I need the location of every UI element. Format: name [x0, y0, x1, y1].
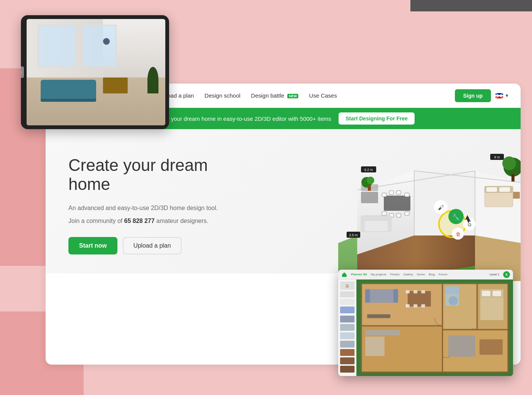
- sidebar-item-couch-1[interactable]: [340, 324, 355, 331]
- room-scene: [27, 19, 165, 125]
- room-window-center: [82, 25, 117, 67]
- svg-rect-70: [367, 289, 398, 303]
- svg-rect-74: [408, 291, 431, 307]
- banner-text: Design your dream home in easy-to-use 2D…: [152, 115, 331, 122]
- svg-rect-27: [361, 192, 378, 203]
- floorplan-logo-icon: [341, 272, 347, 278]
- svg-rect-90: [448, 335, 475, 357]
- svg-rect-71: [365, 289, 370, 303]
- hero-section: Create your dream home An advanced and e…: [46, 129, 521, 273]
- lang-label: ▼: [505, 93, 509, 98]
- nav-use-cases[interactable]: Use Cases: [309, 92, 337, 99]
- svg-rect-18: [384, 196, 410, 211]
- hero-content: Create your dream home An advanced and e…: [68, 156, 243, 254]
- sidebar-item-wood-3[interactable]: [340, 366, 355, 373]
- sidebar-item-chair[interactable]: [340, 341, 355, 348]
- sidebar-tool-3[interactable]: [340, 299, 355, 305]
- svg-rect-43: [511, 174, 515, 182]
- sidebar-tool-1[interactable]: 🏠: [340, 281, 355, 290]
- community-count: 65 828 277: [124, 218, 155, 224]
- svg-text:🔧: 🔧: [452, 213, 460, 221]
- flag-icon: [496, 93, 503, 98]
- hero-desc-line1: An advanced and easy-to-use 2D/3D home d…: [68, 203, 243, 213]
- room-dresser: [103, 77, 128, 93]
- language-selector[interactable]: ▼: [496, 93, 509, 98]
- floorplan-toolbar: Planner 5D My projects Photos Gallery De…: [338, 270, 513, 280]
- floorplan-tab-photos[interactable]: Photos: [390, 273, 400, 276]
- sidebar-item-couch-2[interactable]: [340, 332, 355, 339]
- floorplan-tab-blog[interactable]: Blog: [429, 273, 435, 276]
- floorplan-logo: Planner 5D: [351, 273, 367, 276]
- svg-rect-89: [492, 291, 501, 296]
- sidebar-item-sofa-blue[interactable]: [340, 307, 355, 313]
- svg-rect-26: [396, 213, 401, 217]
- svg-text:🖌: 🖌: [438, 204, 444, 211]
- start-now-button[interactable]: Start now: [68, 237, 117, 254]
- svg-text:🗑: 🗑: [456, 231, 461, 237]
- svg-rect-73: [367, 314, 390, 318]
- svg-rect-80: [421, 304, 425, 307]
- svg-rect-91: [480, 339, 503, 355]
- floorplan-user-icon[interactable]: 5: [503, 271, 510, 278]
- svg-text:6.2 m: 6.2 m: [364, 168, 373, 172]
- room-plant: [147, 67, 158, 93]
- sidebar-item-wood-2[interactable]: [340, 357, 355, 364]
- svg-rect-22: [405, 212, 409, 215]
- new-badge: NEW: [287, 94, 298, 98]
- svg-rect-21: [382, 212, 386, 215]
- nav-links: Get ideas Upload a plan Design school De…: [124, 92, 455, 99]
- svg-rect-30: [361, 216, 391, 220]
- svg-rect-35: [486, 187, 497, 192]
- svg-rect-72: [393, 289, 398, 303]
- svg-text:8 m: 8 m: [494, 155, 500, 159]
- floorplan-level: Level 1: [489, 273, 499, 276]
- svg-rect-78: [406, 304, 410, 307]
- room-window-left: [38, 25, 76, 67]
- nav-design-school[interactable]: Design school: [204, 92, 240, 99]
- tablet-mockup: ‹ Planner 5D: [21, 15, 169, 129]
- floorplan-tab-my-projects[interactable]: My projects: [371, 273, 386, 276]
- svg-point-39: [367, 177, 374, 184]
- svg-rect-77: [421, 290, 425, 293]
- bg-decoration-top-right: [410, 0, 532, 11]
- svg-rect-20: [405, 193, 409, 197]
- signup-button[interactable]: Sign up: [455, 89, 491, 102]
- floorplan-tab-gallery[interactable]: Gallery: [404, 273, 413, 276]
- svg-rect-23: [389, 191, 394, 194]
- floorplan-tab-forum[interactable]: Forum: [439, 273, 447, 276]
- svg-rect-36: [499, 187, 510, 192]
- svg-rect-81: [365, 330, 400, 335]
- svg-point-42: [502, 156, 516, 170]
- svg-point-84: [449, 296, 458, 305]
- svg-rect-19: [382, 193, 386, 197]
- svg-rect-31: [361, 216, 365, 232]
- hero-3d-image: 6.2 m 8 m 2.5 m 🖌 🔧 ⧉: [338, 122, 521, 281]
- svg-rect-40: [368, 186, 371, 191]
- svg-rect-76: [413, 290, 417, 293]
- hero-title: Create your dream home: [68, 156, 243, 194]
- hero-desc-line2: Join a community of 65 828 277 amateur d…: [68, 216, 243, 226]
- svg-text:2.5 m: 2.5 m: [349, 233, 358, 237]
- sidebar-item-wood-1[interactable]: [340, 349, 355, 356]
- floorplan-sidebar: 🏠: [338, 280, 356, 376]
- sidebar-item-sofa-gray[interactable]: [340, 316, 355, 322]
- svg-rect-24: [396, 191, 401, 194]
- floorplan-tab-demo[interactable]: Demo: [417, 273, 425, 276]
- tablet-back-arrow[interactable]: ‹: [21, 66, 24, 78]
- svg-rect-85: [445, 286, 459, 294]
- floorplan-screenshot: Planner 5D My projects Photos Gallery De…: [338, 270, 513, 376]
- room-sofa: [41, 80, 96, 99]
- svg-rect-82: [365, 337, 385, 356]
- upload-plan-button[interactable]: Upload a plan: [123, 237, 182, 254]
- nav-design-battle[interactable]: Design battle NEW: [251, 92, 299, 99]
- hero-buttons: Start now Upload a plan: [68, 237, 243, 254]
- svg-rect-37: [513, 192, 520, 199]
- svg-rect-75: [406, 290, 410, 293]
- svg-rect-79: [413, 304, 417, 307]
- nav-right: Sign up ▼: [455, 89, 509, 102]
- svg-rect-32: [388, 216, 391, 232]
- svg-rect-88: [482, 291, 490, 296]
- tablet-screen: Planner 5D: [27, 19, 165, 125]
- sidebar-tool-2[interactable]: [340, 291, 355, 297]
- floorplan-canvas[interactable]: [356, 280, 513, 376]
